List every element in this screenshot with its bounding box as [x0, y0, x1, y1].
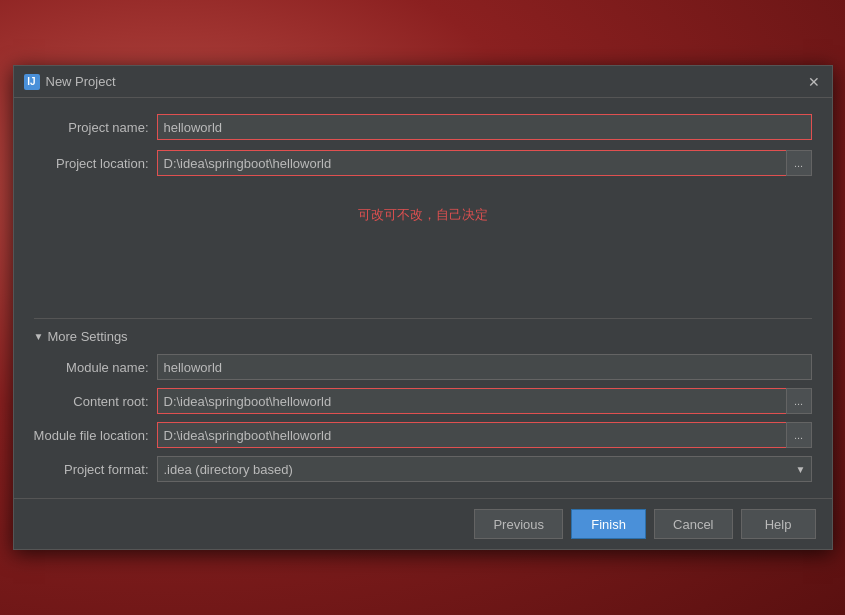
expand-icon: ▼ — [34, 331, 44, 342]
content-root-browse-button[interactable]: ... — [786, 388, 812, 414]
project-name-row: Project name: — [34, 114, 812, 140]
module-file-location-wrapper: ... — [157, 422, 812, 448]
more-settings-section: ▼ More Settings Module name: Content roo… — [34, 318, 812, 482]
dialog-body: Project name: Project location: ... 可改可不… — [14, 98, 832, 498]
new-project-dialog: IJ New Project ✕ Project name: Project l… — [13, 65, 833, 550]
module-name-row: Module name: — [34, 354, 812, 380]
project-format-row: Project format: .idea (directory based) … — [34, 456, 812, 482]
help-button[interactable]: Help — [741, 509, 816, 539]
close-button[interactable]: ✕ — [806, 74, 822, 90]
more-settings-header[interactable]: ▼ More Settings — [34, 329, 812, 344]
project-name-label: Project name: — [34, 120, 149, 135]
cancel-button[interactable]: Cancel — [654, 509, 732, 539]
app-icon: IJ — [24, 74, 40, 90]
finish-button[interactable]: Finish — [571, 509, 646, 539]
content-root-input[interactable] — [157, 388, 786, 414]
hint-text: 可改可不改，自己决定 — [358, 206, 488, 224]
project-name-input[interactable] — [157, 114, 812, 140]
project-location-label: Project location: — [34, 156, 149, 171]
title-bar: IJ New Project ✕ — [14, 66, 832, 98]
spacer — [34, 254, 812, 308]
module-file-location-browse-button[interactable]: ... — [786, 422, 812, 448]
previous-button[interactable]: Previous — [474, 509, 563, 539]
module-name-label: Module name: — [34, 360, 149, 375]
project-location-wrapper: ... — [157, 150, 812, 176]
dialog-footer: Previous Finish Cancel Help — [14, 498, 832, 549]
more-settings-content: Module name: Content root: ... Module fi… — [34, 354, 812, 482]
project-location-browse-button[interactable]: ... — [786, 150, 812, 176]
project-location-input[interactable] — [157, 150, 786, 176]
project-format-select[interactable]: .idea (directory based) .ipr (file based… — [157, 456, 812, 482]
module-file-location-input[interactable] — [157, 422, 786, 448]
project-location-row: Project location: ... — [34, 150, 812, 176]
module-name-input[interactable] — [157, 354, 812, 380]
content-root-wrapper: ... — [157, 388, 812, 414]
content-root-row: Content root: ... — [34, 388, 812, 414]
module-file-location-row: Module file location: ... — [34, 422, 812, 448]
project-format-label: Project format: — [34, 462, 149, 477]
more-settings-label: More Settings — [47, 329, 127, 344]
dialog-title: New Project — [46, 74, 116, 89]
module-file-location-label: Module file location: — [34, 428, 149, 443]
content-root-label: Content root: — [34, 394, 149, 409]
title-bar-left: IJ New Project — [24, 74, 116, 90]
project-format-wrapper: .idea (directory based) .ipr (file based… — [157, 456, 812, 482]
